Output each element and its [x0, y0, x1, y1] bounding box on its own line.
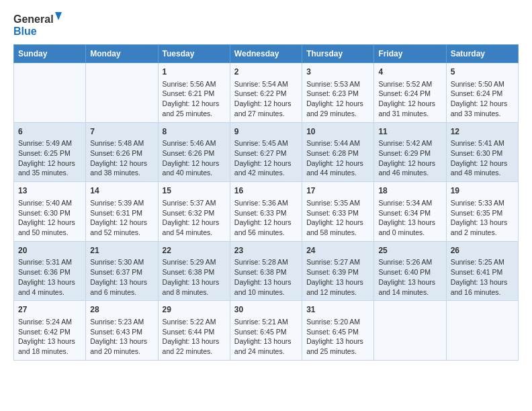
calendar-cell: 30Sunrise: 5:21 AM Sunset: 6:45 PM Dayli…: [230, 301, 302, 361]
week-row-5: 27Sunrise: 5:24 AM Sunset: 6:42 PM Dayli…: [14, 301, 519, 361]
day-number: 26: [451, 245, 514, 257]
day-number: 19: [451, 185, 514, 197]
day-info: Sunrise: 5:48 AM Sunset: 6:26 PM Dayligh…: [90, 138, 153, 178]
calendar-cell: 10Sunrise: 5:44 AM Sunset: 6:28 PM Dayli…: [302, 122, 374, 182]
calendar-cell: 3Sunrise: 5:53 AM Sunset: 6:23 PM Daylig…: [302, 63, 374, 123]
day-info: Sunrise: 5:39 AM Sunset: 6:31 PM Dayligh…: [90, 198, 153, 238]
calendar-cell: 17Sunrise: 5:35 AM Sunset: 6:33 PM Dayli…: [302, 182, 374, 242]
header-day-wednesday: Wednesday: [230, 45, 302, 63]
day-number: 12: [451, 126, 514, 138]
week-row-1: 1Sunrise: 5:56 AM Sunset: 6:21 PM Daylig…: [14, 63, 519, 123]
calendar-cell: 18Sunrise: 5:34 AM Sunset: 6:34 PM Dayli…: [374, 182, 446, 242]
calendar-cell: 29Sunrise: 5:22 AM Sunset: 6:44 PM Dayli…: [158, 301, 230, 361]
day-number: 24: [306, 245, 369, 257]
day-number: 13: [18, 185, 81, 197]
calendar-cell: 21Sunrise: 5:30 AM Sunset: 6:37 PM Dayli…: [86, 241, 158, 301]
week-row-2: 6Sunrise: 5:49 AM Sunset: 6:25 PM Daylig…: [14, 122, 519, 182]
day-number: 23: [234, 245, 298, 257]
calendar-cell: 26Sunrise: 5:25 AM Sunset: 6:41 PM Dayli…: [446, 241, 518, 301]
day-number: 8: [163, 126, 226, 138]
calendar-cell: 16Sunrise: 5:36 AM Sunset: 6:33 PM Dayli…: [230, 182, 302, 242]
calendar-cell: 4Sunrise: 5:52 AM Sunset: 6:24 PM Daylig…: [374, 63, 446, 123]
day-info: Sunrise: 5:23 AM Sunset: 6:43 PM Dayligh…: [90, 317, 153, 357]
day-info: Sunrise: 5:24 AM Sunset: 6:42 PM Dayligh…: [18, 317, 81, 357]
header-day-monday: Monday: [86, 45, 158, 63]
calendar-cell: 7Sunrise: 5:48 AM Sunset: 6:26 PM Daylig…: [86, 122, 158, 182]
day-number: 18: [378, 185, 441, 197]
day-number: 5: [451, 66, 514, 78]
calendar-cell: 25Sunrise: 5:26 AM Sunset: 6:40 PM Dayli…: [374, 241, 446, 301]
day-info: Sunrise: 5:45 AM Sunset: 6:27 PM Dayligh…: [234, 138, 298, 178]
calendar-cell: 28Sunrise: 5:23 AM Sunset: 6:43 PM Dayli…: [86, 301, 158, 361]
day-number: 27: [18, 304, 81, 316]
header-day-sunday: Sunday: [14, 45, 86, 63]
day-info: Sunrise: 5:25 AM Sunset: 6:41 PM Dayligh…: [451, 257, 514, 297]
calendar-cell: 8Sunrise: 5:46 AM Sunset: 6:26 PM Daylig…: [158, 122, 230, 182]
day-number: 29: [163, 304, 226, 316]
day-number: 22: [163, 245, 226, 257]
svg-text:Blue: Blue: [13, 26, 37, 37]
day-info: Sunrise: 5:27 AM Sunset: 6:39 PM Dayligh…: [306, 257, 369, 297]
day-number: 7: [90, 126, 153, 138]
day-info: Sunrise: 5:54 AM Sunset: 6:22 PM Dayligh…: [234, 79, 298, 119]
day-info: Sunrise: 5:28 AM Sunset: 6:38 PM Dayligh…: [234, 257, 298, 297]
day-info: Sunrise: 5:29 AM Sunset: 6:38 PM Dayligh…: [163, 257, 226, 297]
day-number: 6: [18, 126, 81, 138]
day-info: Sunrise: 5:26 AM Sunset: 6:40 PM Dayligh…: [378, 257, 441, 297]
day-number: 1: [163, 66, 226, 78]
day-info: Sunrise: 5:37 AM Sunset: 6:32 PM Dayligh…: [163, 198, 226, 238]
header-day-thursday: Thursday: [302, 45, 374, 63]
header-day-tuesday: Tuesday: [158, 45, 230, 63]
calendar-cell: 5Sunrise: 5:50 AM Sunset: 6:24 PM Daylig…: [446, 63, 518, 123]
day-number: 28: [90, 304, 153, 316]
week-row-4: 20Sunrise: 5:31 AM Sunset: 6:36 PM Dayli…: [14, 241, 519, 301]
calendar-cell: 14Sunrise: 5:39 AM Sunset: 6:31 PM Dayli…: [86, 182, 158, 242]
calendar-cell: 12Sunrise: 5:41 AM Sunset: 6:30 PM Dayli…: [446, 122, 518, 182]
day-info: Sunrise: 5:49 AM Sunset: 6:25 PM Dayligh…: [18, 138, 81, 178]
day-info: Sunrise: 5:22 AM Sunset: 6:44 PM Dayligh…: [163, 317, 226, 357]
day-number: 10: [306, 126, 369, 138]
day-number: 31: [306, 304, 369, 316]
day-info: Sunrise: 5:34 AM Sunset: 6:34 PM Dayligh…: [378, 198, 441, 238]
calendar-cell: 24Sunrise: 5:27 AM Sunset: 6:39 PM Dayli…: [302, 241, 374, 301]
day-info: Sunrise: 5:21 AM Sunset: 6:45 PM Dayligh…: [234, 317, 298, 357]
day-info: Sunrise: 5:35 AM Sunset: 6:33 PM Dayligh…: [306, 198, 369, 238]
calendar-cell: [14, 63, 86, 123]
day-info: Sunrise: 5:56 AM Sunset: 6:21 PM Dayligh…: [163, 79, 226, 119]
calendar-cell: 1Sunrise: 5:56 AM Sunset: 6:21 PM Daylig…: [158, 63, 230, 123]
day-info: Sunrise: 5:52 AM Sunset: 6:24 PM Dayligh…: [378, 79, 441, 119]
day-info: Sunrise: 5:40 AM Sunset: 6:30 PM Dayligh…: [18, 198, 81, 238]
day-info: Sunrise: 5:31 AM Sunset: 6:36 PM Dayligh…: [18, 257, 81, 297]
svg-marker-2: [55, 12, 62, 20]
day-number: 14: [90, 185, 153, 197]
logo-svg: GeneralBlue: [13, 11, 67, 38]
calendar-cell: [86, 63, 158, 123]
day-info: Sunrise: 5:44 AM Sunset: 6:28 PM Dayligh…: [306, 138, 369, 178]
day-number: 25: [378, 245, 441, 257]
day-number: 4: [378, 66, 441, 78]
day-number: 11: [378, 126, 441, 138]
calendar-cell: 20Sunrise: 5:31 AM Sunset: 6:36 PM Dayli…: [14, 241, 86, 301]
calendar-cell: 9Sunrise: 5:45 AM Sunset: 6:27 PM Daylig…: [230, 122, 302, 182]
day-number: 17: [306, 185, 369, 197]
calendar-cell: 15Sunrise: 5:37 AM Sunset: 6:32 PM Dayli…: [158, 182, 230, 242]
day-info: Sunrise: 5:41 AM Sunset: 6:30 PM Dayligh…: [451, 138, 514, 178]
page-header: GeneralBlue: [13, 11, 519, 38]
calendar-cell: 27Sunrise: 5:24 AM Sunset: 6:42 PM Dayli…: [14, 301, 86, 361]
calendar-table: SundayMondayTuesdayWednesdayThursdayFrid…: [13, 44, 519, 361]
day-number: 21: [90, 245, 153, 257]
day-number: 3: [306, 66, 369, 78]
header-day-saturday: Saturday: [446, 45, 518, 63]
day-number: 15: [163, 185, 226, 197]
calendar-cell: [374, 301, 446, 361]
day-info: Sunrise: 5:42 AM Sunset: 6:29 PM Dayligh…: [378, 138, 441, 178]
header-row: SundayMondayTuesdayWednesdayThursdayFrid…: [14, 45, 519, 63]
day-number: 9: [234, 126, 298, 138]
calendar-cell: 13Sunrise: 5:40 AM Sunset: 6:30 PM Dayli…: [14, 182, 86, 242]
calendar-cell: 31Sunrise: 5:20 AM Sunset: 6:45 PM Dayli…: [302, 301, 374, 361]
day-info: Sunrise: 5:20 AM Sunset: 6:45 PM Dayligh…: [306, 317, 369, 357]
calendar-cell: 6Sunrise: 5:49 AM Sunset: 6:25 PM Daylig…: [14, 122, 86, 182]
week-row-3: 13Sunrise: 5:40 AM Sunset: 6:30 PM Dayli…: [14, 182, 519, 242]
day-info: Sunrise: 5:46 AM Sunset: 6:26 PM Dayligh…: [163, 138, 226, 178]
day-number: 16: [234, 185, 298, 197]
